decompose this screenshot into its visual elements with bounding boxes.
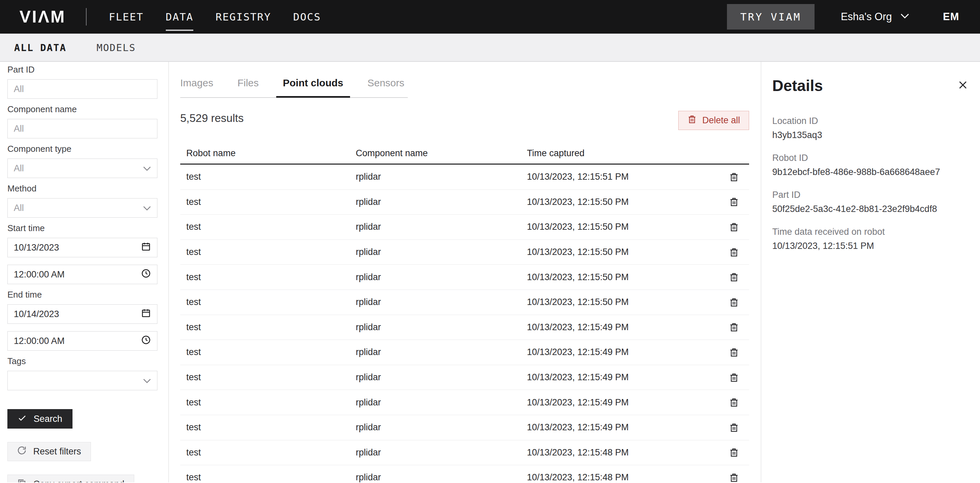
cell-robot-name: test xyxy=(180,347,350,357)
trash-icon[interactable] xyxy=(729,447,739,457)
end-time-input[interactable]: 12:00:00 AM xyxy=(7,331,158,351)
cell-time-captured: 10/13/2023, 12:15:51 PM xyxy=(521,172,692,182)
user-avatar-initials[interactable]: EM xyxy=(943,11,959,23)
cell-component-name: rplidar xyxy=(350,372,521,383)
search-button[interactable]: Search xyxy=(7,409,73,429)
trash-icon[interactable] xyxy=(729,222,739,232)
cell-robot-name: test xyxy=(180,322,350,333)
tab-point-clouds[interactable]: Point clouds xyxy=(283,77,343,97)
trash-icon[interactable] xyxy=(729,373,739,383)
cell-robot-name: test xyxy=(180,297,350,307)
tab-files[interactable]: Files xyxy=(237,77,258,97)
end-date-value: 10/14/2023 xyxy=(14,309,59,319)
method-value: All xyxy=(14,203,24,213)
subtab-all-data[interactable]: ALL DATA xyxy=(14,42,67,53)
data-type-tabs: Images Files Point clouds Sensors xyxy=(180,77,408,98)
cell-component-name: rplidar xyxy=(350,322,521,333)
delete-all-button[interactable]: Delete all xyxy=(678,111,749,130)
end-time-value: 12:00:00 AM xyxy=(14,336,65,346)
nav-link-registry[interactable]: REGISTRY xyxy=(215,11,271,23)
nav-divider xyxy=(86,8,87,26)
trash-icon[interactable] xyxy=(729,347,739,357)
trash-icon[interactable] xyxy=(729,397,739,407)
viam-logo[interactable]: VIΛM xyxy=(19,7,66,27)
cell-robot-name: test xyxy=(180,197,350,207)
cell-time-captured: 10/13/2023, 12:15:49 PM xyxy=(521,422,692,433)
component-type-select[interactable]: All xyxy=(7,159,158,178)
part-id-detail-value: 50f25de2-5a3c-41e2-8b81-23e2f9b4cdf8 xyxy=(772,204,980,214)
table-row[interactable]: test rplidar 10/13/2023, 12:15:50 PM xyxy=(180,265,749,290)
clock-icon[interactable] xyxy=(141,268,151,281)
tags-select[interactable] xyxy=(7,371,158,390)
table-row[interactable]: test rplidar 10/13/2023, 12:15:50 PM xyxy=(180,190,749,215)
table-row[interactable]: test rplidar 10/13/2023, 12:15:49 PM xyxy=(180,390,749,415)
component-name-label: Component name xyxy=(7,104,158,115)
component-type-label: Component type xyxy=(7,144,158,154)
nav-link-fleet[interactable]: FLEET xyxy=(109,11,143,23)
part-id-input[interactable] xyxy=(7,79,158,99)
cell-component-name: rplidar xyxy=(350,422,521,433)
cell-component-name: rplidar xyxy=(350,297,521,307)
trash-icon[interactable] xyxy=(729,247,739,257)
cell-component-name: rplidar xyxy=(350,347,521,357)
start-time-label: Start time xyxy=(7,223,158,233)
table-row[interactable]: test rplidar 10/13/2023, 12:15:50 PM xyxy=(180,215,749,240)
component-name-input[interactable] xyxy=(7,119,158,139)
nav-link-data[interactable]: DATA xyxy=(166,11,194,23)
table-row[interactable]: test rplidar 10/13/2023, 12:15:49 PM xyxy=(180,315,749,340)
start-time-input[interactable]: 12:00:00 AM xyxy=(7,265,158,284)
table-row[interactable]: test rplidar 10/13/2023, 12:15:49 PM xyxy=(180,415,749,440)
close-icon[interactable] xyxy=(957,79,969,91)
nav-links: FLEET DATA REGISTRY DOCS xyxy=(109,11,321,23)
cell-robot-name: test xyxy=(180,422,350,433)
part-id-label: Part ID xyxy=(7,64,158,75)
calendar-icon[interactable] xyxy=(141,308,151,320)
cell-component-name: rplidar xyxy=(350,172,521,182)
trash-icon[interactable] xyxy=(729,322,739,332)
time-received-value: 10/13/2023, 12:15:51 PM xyxy=(772,241,980,251)
end-time-label: End time xyxy=(7,290,158,300)
calendar-icon[interactable] xyxy=(141,241,151,254)
table-row[interactable]: test rplidar 10/13/2023, 12:15:50 PM xyxy=(180,290,749,315)
table-row[interactable]: test rplidar 10/13/2023, 12:15:49 PM xyxy=(180,340,749,365)
reset-filters-button[interactable]: Reset filters xyxy=(7,442,91,461)
filter-sidebar: Part ID Component name Component type Al… xyxy=(0,62,169,482)
table-row[interactable]: test rplidar 10/13/2023, 12:15:50 PM xyxy=(180,240,749,265)
header-time-captured: Time captured xyxy=(521,148,692,164)
table-row[interactable]: test rplidar 10/13/2023, 12:15:49 PM xyxy=(180,365,749,390)
trash-icon[interactable] xyxy=(729,272,739,282)
cell-time-captured: 10/13/2023, 12:15:50 PM xyxy=(521,222,692,232)
copy-export-command-button[interactable]: Copy export command xyxy=(7,475,134,482)
cell-component-name: rplidar xyxy=(350,247,521,257)
table-row[interactable]: test rplidar 10/13/2023, 12:15:51 PM xyxy=(180,164,749,190)
tab-images[interactable]: Images xyxy=(180,77,213,97)
chevron-down-icon xyxy=(143,376,151,386)
table-row[interactable]: test rplidar 10/13/2023, 12:15:48 PM xyxy=(180,440,749,465)
cell-time-captured: 10/13/2023, 12:15:49 PM xyxy=(521,372,692,383)
top-nav: VIΛM FLEET DATA REGISTRY DOCS TRY VIAM E… xyxy=(0,0,980,33)
nav-link-docs[interactable]: DOCS xyxy=(293,11,321,23)
subtab-models[interactable]: MODELS xyxy=(97,42,136,53)
start-date-value: 10/13/2023 xyxy=(14,242,59,253)
org-switcher[interactable]: Esha's Org xyxy=(841,11,909,23)
copy-icon xyxy=(17,478,27,482)
point-clouds-table: Robot name Component name Time captured … xyxy=(180,148,749,482)
cell-component-name: rplidar xyxy=(350,472,521,482)
trash-icon[interactable] xyxy=(729,297,739,307)
trash-icon[interactable] xyxy=(729,473,739,482)
trash-icon[interactable] xyxy=(729,172,739,182)
clock-icon[interactable] xyxy=(141,335,151,347)
try-viam-button[interactable]: TRY VIAM xyxy=(727,4,815,30)
cell-time-captured: 10/13/2023, 12:15:49 PM xyxy=(521,347,692,357)
cell-robot-name: test xyxy=(180,272,350,282)
method-select[interactable]: All xyxy=(7,198,158,218)
details-panel: Details Location ID h3yb135aq3 Robot ID … xyxy=(761,62,980,482)
start-date-input[interactable]: 10/13/2023 xyxy=(7,238,158,257)
end-date-input[interactable]: 10/14/2023 xyxy=(7,304,158,324)
tab-sensors[interactable]: Sensors xyxy=(368,77,404,97)
trash-icon[interactable] xyxy=(729,422,739,433)
table-row[interactable]: test rplidar 10/13/2023, 12:15:48 PM xyxy=(180,465,749,482)
header-robot-name: Robot name xyxy=(180,148,350,164)
trash-icon[interactable] xyxy=(729,197,739,207)
component-type-value: All xyxy=(14,163,24,174)
